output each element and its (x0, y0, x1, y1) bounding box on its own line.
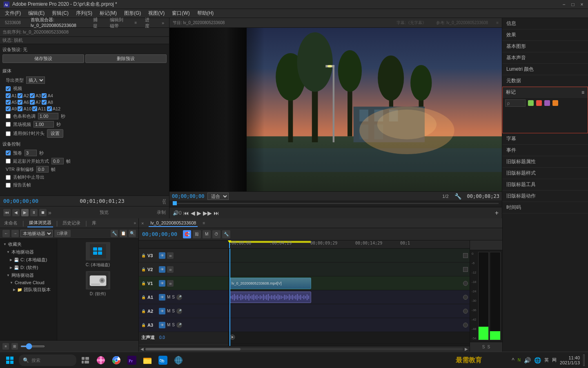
panel-timecode[interactable]: 时间码 (502, 202, 588, 213)
panel-legacy-title-styles[interactable]: 旧版标题样式 (502, 168, 588, 179)
pb-fwd-button[interactable]: ▶▶ (203, 210, 212, 216)
track-s-a1[interactable]: S (172, 295, 175, 299)
mb-tool1-button[interactable]: 🔧 (111, 230, 118, 237)
pb-in-button[interactable]: ⏮ (183, 210, 189, 216)
app-flowers-button[interactable] (94, 354, 107, 367)
panel-essential-sound[interactable]: 基本声音 (502, 52, 588, 64)
pb-add-button[interactable]: + (495, 209, 499, 217)
a8-check[interactable] (42, 100, 47, 105)
timeline-tab-sequence[interactable]: lv_0_20200805233608 (149, 220, 198, 227)
track-sync-v1[interactable]: ⎄ (167, 280, 174, 287)
report-check[interactable] (6, 183, 11, 188)
transport-pause-button[interactable]: ⏸ (30, 209, 38, 216)
source-timecode-left[interactable]: 00;00;00;00 (3, 198, 38, 204)
ime-label[interactable]: 英 (544, 357, 549, 363)
track-eye-v3[interactable]: 👁 (159, 252, 165, 259)
track-eye-a3[interactable]: 👁 (159, 322, 165, 328)
vtr-value[interactable] (36, 166, 49, 173)
panel-lumetri[interactable]: Lumetri 颜色 (502, 64, 588, 75)
mb-nav-back-button[interactable]: ← (2, 230, 10, 237)
app-premiere-button[interactable]: Pr (125, 354, 138, 367)
panel-essential-graphics[interactable]: 基本图形 (502, 41, 588, 52)
tree-item-network[interactable]: ▼ 网络驱动器 (0, 272, 57, 279)
timeline-timecode[interactable]: 00;00;00;00 (142, 231, 177, 237)
timeline-tab-close[interactable]: × (141, 221, 144, 226)
output-type-select[interactable]: 插入 (26, 76, 45, 84)
scroll-right-btn[interactable]: ▶ (465, 347, 468, 351)
track-eye-a1[interactable]: 👁 (159, 294, 165, 301)
mb-tab-browser[interactable]: 媒体浏览器 (27, 219, 53, 227)
a10-check[interactable] (18, 106, 22, 111)
mb-zoom-slider[interactable] (20, 346, 45, 347)
panel-metadata[interactable]: 元数据 (502, 75, 588, 87)
tree-item-favorites[interactable]: ▼ 收藏夹 (0, 240, 57, 248)
track-eye-a2[interactable]: 👁 (159, 308, 165, 314)
track-mic-a1[interactable]: 🎤 (176, 294, 182, 300)
link-button[interactable]: ⛓ (193, 230, 201, 238)
start-button[interactable] (3, 354, 16, 367)
track-m-a3[interactable]: M (167, 323, 170, 327)
app-store-button[interactable]: 🛍 (156, 354, 169, 367)
save-preset-button[interactable]: 储存预设 (2, 54, 84, 63)
audio-clip-a1[interactable] (229, 292, 311, 303)
mb-grid-view-button[interactable]: ⊞ (11, 343, 18, 350)
pb-out-button[interactable]: ⏭ (214, 210, 219, 216)
tree-item-d-drive[interactable]: ▶ 💾 D: (软件) (0, 264, 57, 272)
menu-file[interactable]: 文件(F) (2, 9, 24, 18)
marker-color-purple[interactable] (544, 100, 550, 106)
panel-info[interactable]: 信息 (502, 18, 588, 29)
preview-timecode[interactable]: 00;00;00;00 (172, 193, 204, 199)
timeline-tab-menu[interactable]: ≡ (203, 221, 205, 225)
panel-legacy-title-props[interactable]: 旧版标题属性 (502, 156, 588, 168)
show-desktop-button[interactable] (583, 355, 585, 366)
menu-help[interactable]: 帮助(H) (194, 9, 217, 18)
lock-a2[interactable]: 🔒 (141, 309, 146, 313)
marker-color-green[interactable] (528, 100, 534, 106)
track-mic-a2[interactable]: 🎤 (176, 308, 182, 314)
black-video-value[interactable] (33, 121, 54, 128)
file-item-windows[interactable]: C: (本地磁盘) (86, 242, 110, 268)
preview-scrub[interactable] (169, 200, 502, 207)
task-view-button[interactable] (79, 354, 92, 367)
add-marker-button[interactable]: M (203, 230, 211, 238)
timecode-btn[interactable]: ⏱ (212, 230, 220, 238)
delete-preset-button[interactable]: 删除预设 (85, 54, 167, 63)
snap-button[interactable]: 🧲 (183, 230, 191, 238)
tab-expand[interactable]: » (160, 20, 166, 26)
universal-settings-button[interactable]: 设置 (47, 129, 63, 138)
tree-item-local-drives[interactable]: ▼ 本地驱动器 (0, 248, 57, 256)
app-explorer-button[interactable] (141, 354, 154, 367)
mb-tool2-button[interactable]: 📋 (120, 230, 127, 237)
markers-search-input[interactable] (505, 99, 526, 107)
tree-item-c-drive[interactable]: ▶ 💾 C: (本地磁盘) (0, 256, 57, 264)
color-bars-check[interactable] (6, 114, 11, 119)
lock-a1[interactable]: 🔒 (141, 295, 146, 299)
marker-color-orange[interactable] (552, 100, 558, 106)
transport-stop-button[interactable]: ⏹ (39, 209, 47, 216)
a5-check[interactable] (6, 100, 11, 105)
mb-nav-fwd-button[interactable]: → (11, 230, 19, 237)
tree-item-creative-cloud[interactable]: ▼ Creative Cloud (0, 279, 57, 286)
a4-check[interactable] (42, 93, 47, 98)
universal-check[interactable] (6, 131, 11, 136)
track-sync-v3[interactable]: ⎄ (167, 252, 174, 259)
mb-tab-unnamed[interactable]: 未命名 (2, 219, 19, 227)
abort-check[interactable] (6, 175, 11, 180)
a3-check[interactable] (30, 93, 35, 98)
track-eye-v1[interactable]: 👁 (159, 280, 165, 287)
panel-effects[interactable]: 效果 (502, 29, 588, 41)
reference-tab[interactable]: 参考: lv_0_20200805233608 (436, 20, 488, 26)
source-timecode-right[interactable]: 00;01;00;01;23 (80, 198, 125, 204)
track-s-a3[interactable]: S (172, 323, 175, 327)
tool-btn[interactable]: 🔧 (222, 230, 230, 238)
mb-drive-select[interactable]: 本地驱动器 (20, 230, 53, 237)
pb-back-button[interactable]: ◀ (191, 210, 195, 216)
scroll-track[interactable] (145, 348, 463, 350)
delay-value[interactable] (51, 158, 64, 164)
transport-back-button[interactable]: ◀ (12, 209, 20, 216)
a2-check[interactable] (18, 93, 22, 98)
track-eye-v2[interactable]: 👁 (159, 266, 165, 273)
color-bars-value[interactable] (38, 113, 58, 119)
mb-list-view-button[interactable]: ≡ (2, 343, 9, 350)
search-box[interactable]: 🔍 (19, 355, 76, 366)
